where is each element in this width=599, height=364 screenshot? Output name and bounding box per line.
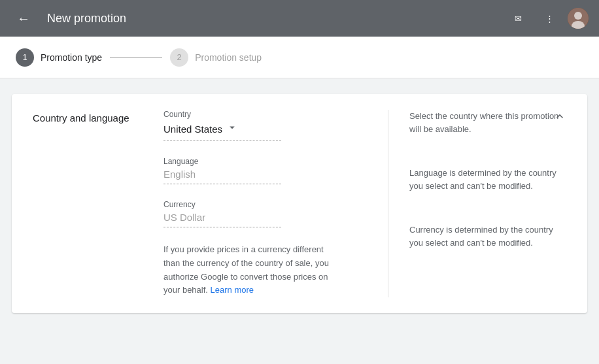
card: Country and language Country United Stat… bbox=[12, 94, 587, 313]
stepper: 1 Promotion type 2 Promotion setup bbox=[16, 48, 262, 67]
country-dropdown[interactable]: United States bbox=[163, 122, 281, 141]
country-dropdown-arrow bbox=[226, 122, 238, 137]
currency-field-group: Currency US Dollar bbox=[163, 200, 341, 227]
app-bar: ← New promotion ✉ ⋮ bbox=[0, 0, 599, 37]
app-bar-right: ✉ ⋮ bbox=[505, 5, 589, 31]
svg-point-1 bbox=[574, 12, 582, 20]
section-title: Country and language bbox=[33, 112, 129, 124]
more-options-button[interactable]: ⋮ bbox=[536, 5, 562, 31]
step-connector bbox=[110, 57, 162, 58]
currency-value: US Dollar bbox=[163, 212, 205, 223]
stepper-bar: 1 Promotion type 2 Promotion setup bbox=[0, 37, 599, 78]
main-content: Country and language Country United Stat… bbox=[0, 78, 599, 364]
help-col: Select the country where this promotion … bbox=[409, 110, 566, 297]
language-value: English bbox=[163, 169, 196, 180]
currency-value-display: US Dollar bbox=[163, 212, 281, 227]
form-col: Country United States Language E bbox=[163, 110, 367, 297]
more-vert-icon: ⋮ bbox=[545, 14, 554, 24]
mail-button[interactable]: ✉ bbox=[505, 5, 531, 31]
app-bar-left: ← New promotion bbox=[10, 5, 126, 31]
currency-help-text: Currency is determined by the country yo… bbox=[409, 223, 566, 249]
country-label: Country bbox=[163, 110, 341, 119]
step-1-label: Promotion type bbox=[41, 52, 102, 63]
notice-text: If you provide prices in a currency diff… bbox=[163, 243, 341, 297]
country-field-group: Country United States bbox=[163, 110, 341, 141]
step-1-circle: 1 bbox=[16, 48, 34, 67]
collapse-button[interactable] bbox=[548, 105, 572, 128]
country-help-text: Select the country where this promotion … bbox=[409, 110, 566, 135]
step-2: 2 Promotion setup bbox=[170, 48, 262, 67]
language-label: Language bbox=[163, 157, 341, 166]
language-field-group: Language English bbox=[163, 157, 341, 184]
learn-more-link[interactable]: Learn more bbox=[211, 285, 254, 295]
avatar-image bbox=[568, 8, 589, 29]
currency-label: Currency bbox=[163, 200, 341, 209]
step-2-circle: 2 bbox=[170, 48, 188, 67]
avatar[interactable] bbox=[568, 8, 589, 29]
card-inner: Country and language Country United Stat… bbox=[33, 110, 566, 297]
app-bar-title: New promotion bbox=[47, 12, 126, 25]
section-title-col: Country and language bbox=[33, 110, 163, 297]
country-value: United States bbox=[163, 124, 222, 135]
language-value-display: English bbox=[163, 169, 281, 184]
step-1[interactable]: 1 Promotion type bbox=[16, 48, 102, 67]
language-help-text: Language is determined by the country yo… bbox=[409, 167, 566, 192]
mail-icon: ✉ bbox=[515, 14, 522, 24]
vertical-divider bbox=[388, 110, 388, 297]
back-button[interactable]: ← bbox=[10, 5, 37, 31]
step-2-label: Promotion setup bbox=[195, 52, 262, 63]
